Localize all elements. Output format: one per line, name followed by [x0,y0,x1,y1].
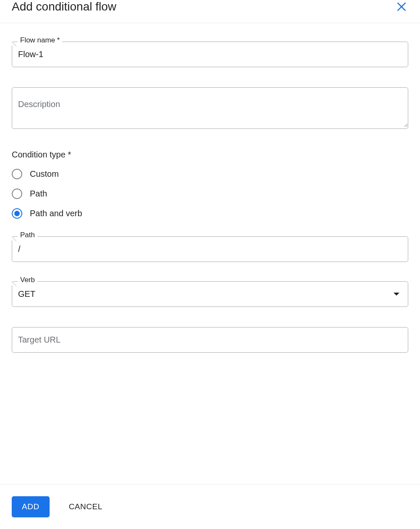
description-field [12,87,408,129]
radio-icon [12,208,22,219]
radio-option-custom[interactable]: Custom [12,169,408,179]
close-icon [396,1,407,12]
dialog-header: Add conditional flow [0,0,420,23]
path-label: Path [18,231,37,239]
description-input[interactable] [12,88,408,127]
radio-label: Path and verb [30,209,82,218]
dialog-footer: ADD CANCEL [0,484,420,529]
dialog-title: Add conditional flow [12,0,116,13]
verb-field: Verb GET [12,281,408,307]
condition-type-label: Condition type * [12,150,408,160]
radio-option-path[interactable]: Path [12,189,408,199]
cancel-button[interactable]: CANCEL [66,496,105,517]
flow-name-input[interactable] [12,42,408,67]
verb-select[interactable]: GET [12,282,408,306]
chevron-down-icon [394,293,399,296]
target-url-field [12,327,408,353]
path-input[interactable] [12,237,408,262]
radio-label: Path [30,189,47,199]
verb-label: Verb [18,276,37,284]
close-button[interactable] [395,0,408,13]
path-field: Path [12,236,408,262]
radio-icon [12,189,22,199]
dialog-content: Flow name * Condition type * Custom Path… [0,23,420,381]
add-button[interactable]: ADD [12,496,50,517]
radio-icon [12,169,22,179]
flow-name-field: Flow name * [12,42,408,67]
flow-name-label: Flow name * [18,36,62,45]
radio-option-path-and-verb[interactable]: Path and verb [12,208,408,219]
verb-value: GET [18,289,35,299]
condition-type-radio-group: Custom Path Path and verb [12,169,408,219]
radio-label: Custom [30,169,59,179]
target-url-input[interactable] [12,327,408,352]
